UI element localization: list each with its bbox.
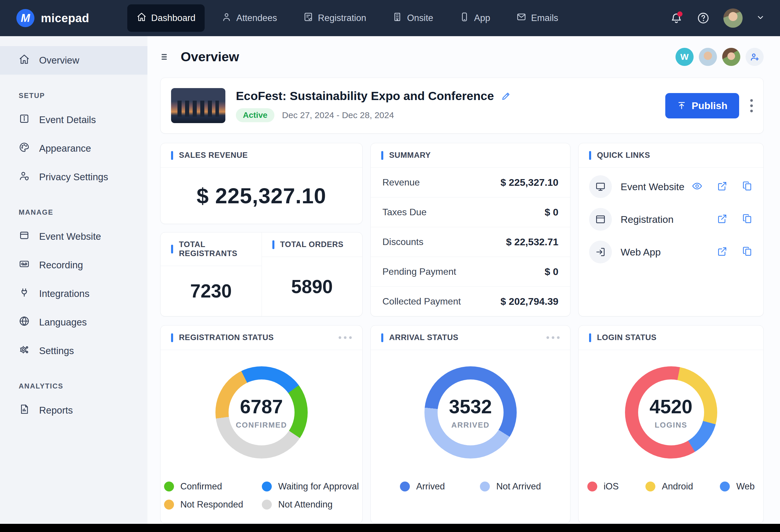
edit-pencil-icon[interactable] (501, 91, 511, 101)
help-icon[interactable] (696, 11, 710, 25)
event-thumbnail (171, 88, 225, 123)
sidebar-label: Overview (39, 55, 80, 66)
summary-value: $ 0 (545, 266, 558, 277)
card-menu-ellipsis-icon[interactable] (339, 336, 352, 339)
legend-item: Arrived (400, 481, 445, 492)
sidebar-label: Privacy Settings (39, 171, 108, 182)
collaborator-avatar-w[interactable]: W (676, 48, 694, 66)
login-status-donut: 4520 LOGINS (625, 366, 717, 459)
card-title: QUICK LINKS (597, 151, 650, 160)
nav-item-app[interactable]: App (450, 4, 499, 32)
legend-label: Not Responded (181, 499, 243, 510)
gears-icon (19, 344, 30, 358)
quick-link-label[interactable]: Registration (621, 214, 674, 225)
copy-icon[interactable] (742, 246, 753, 258)
collaborator-avatar-photo[interactable] (722, 48, 740, 66)
open-external-icon[interactable] (717, 213, 728, 225)
nav-item-emails[interactable]: Emails (507, 4, 568, 32)
user-avatar[interactable] (723, 8, 743, 28)
sidebar-label: Integrations (39, 288, 89, 299)
sidebar-label: Settings (39, 345, 74, 357)
card-title: REGISTRATION STATUS (179, 333, 274, 342)
login-status-card: LOGIN STATUS 4520 LOGINS iOS (578, 325, 764, 524)
legend-item: Waiting for Approval (262, 481, 359, 492)
sidebar-label: Event Details (39, 114, 96, 125)
add-collaborator-button[interactable] (745, 48, 764, 66)
card-accent-bar (272, 240, 275, 249)
legend-dot (587, 482, 597, 491)
sidebar-item-appearance[interactable]: Appearance (0, 134, 147, 163)
page-title: Overview (181, 49, 239, 64)
sidebar-item-recording[interactable]: Recording (0, 251, 147, 279)
card-accent-bar (171, 333, 173, 342)
summary-label: Discounts (382, 236, 424, 247)
legend-dot (400, 482, 410, 491)
sidebar-item-privacy-settings[interactable]: Privacy Settings (0, 163, 147, 191)
summary-value: $ 202,794.39 (500, 296, 558, 307)
home-icon (137, 12, 147, 24)
donut-center-label: CONFIRMED (236, 421, 287, 430)
sidebar-item-overview[interactable]: Overview (0, 46, 147, 75)
sidebar-item-integrations[interactable]: Integrations (0, 279, 147, 308)
globe-icon (19, 316, 30, 329)
card-accent-bar (589, 151, 591, 160)
hamburger-menu-icon[interactable] (160, 51, 172, 62)
totals-card: TOTAL REGISTRANTS 7230 TOTAL ORDERS 5890 (160, 232, 362, 316)
plug-icon (19, 287, 30, 301)
app-window: M micepad Dashboard Attendees Registrati… (0, 0, 780, 524)
summary-value: $ 225,327.10 (500, 177, 558, 188)
legend-dot (480, 482, 490, 491)
sidebar-item-settings[interactable]: Settings (0, 336, 147, 365)
summary-row-taxes-due: Taxes Due $ 0 (371, 198, 570, 227)
sidebar-label: Reports (39, 405, 73, 416)
card-title: SUMMARY (389, 151, 431, 160)
summary-value: $ 22,532.71 (506, 236, 558, 248)
nav-item-onsite[interactable]: Onsite (383, 4, 443, 32)
sales-revenue-value: $ 225,327.10 (160, 168, 362, 224)
registration-legend: Confirmed Waiting for Approval Not Respo… (160, 481, 362, 510)
sidebar-label: Recording (39, 260, 83, 271)
open-external-icon[interactable] (717, 246, 728, 258)
card-accent-bar (589, 333, 591, 342)
total-registrants-value: 7230 (160, 266, 261, 316)
notifications-bell-icon[interactable] (670, 11, 683, 25)
sidebar-item-event-website[interactable]: Event Website (0, 222, 147, 251)
card-title: LOGIN STATUS (597, 333, 656, 342)
arrival-legend: Arrived Not Arrived (371, 481, 570, 492)
chevron-down-icon[interactable] (756, 13, 765, 23)
nav-item-registration[interactable]: Registration (294, 4, 376, 32)
quick-link-label[interactable]: Event Website (621, 181, 685, 193)
collaborator-avatar-photo[interactable] (699, 48, 717, 66)
brand-logo[interactable]: M micepad (16, 9, 89, 27)
registration-status-card: REGISTRATION STATUS 6787 CONFIRMED (160, 325, 362, 524)
event-kebab-menu-icon[interactable] (750, 99, 753, 112)
sidebar-item-event-details[interactable]: Event Details (0, 106, 147, 134)
summary-row-revenue: Revenue $ 225,327.10 (371, 168, 570, 198)
publish-label: Publish (691, 100, 727, 111)
preview-eye-icon[interactable] (691, 180, 703, 193)
legend-label: Web (736, 481, 754, 492)
copy-icon[interactable] (742, 213, 753, 225)
summary-label: Pending Payment (382, 266, 456, 277)
nav-item-attendees[interactable]: Attendees (212, 4, 286, 32)
copy-icon[interactable] (742, 180, 753, 193)
recording-icon (19, 258, 30, 272)
registration-status-donut: 6787 CONFIRMED (215, 366, 308, 459)
donut-center-value: 3532 (449, 395, 492, 418)
nav-label: App (474, 13, 490, 23)
card-menu-ellipsis-icon[interactable] (546, 336, 559, 339)
open-external-icon[interactable] (717, 180, 728, 193)
sidebar-label: Languages (39, 317, 87, 328)
event-info: EcoFest: Sustainability Expo and Confere… (236, 89, 665, 122)
summary-row-pending-payment: Pending Payment $ 0 (371, 257, 570, 287)
publish-button[interactable]: Publish (665, 93, 739, 118)
sidebar-item-languages[interactable]: Languages (0, 308, 147, 336)
quick-link-label[interactable]: Web App (621, 247, 661, 258)
summary-card: SUMMARY Revenue $ 225,327.10 Taxes Due $… (371, 143, 571, 316)
status-badge: Active (236, 108, 275, 122)
sidebar-item-reports[interactable]: Reports (0, 396, 147, 425)
form-check-icon (303, 12, 313, 24)
sidebar-label: Appearance (39, 143, 91, 154)
summary-value: $ 0 (545, 207, 558, 218)
nav-item-dashboard[interactable]: Dashboard (127, 4, 205, 32)
